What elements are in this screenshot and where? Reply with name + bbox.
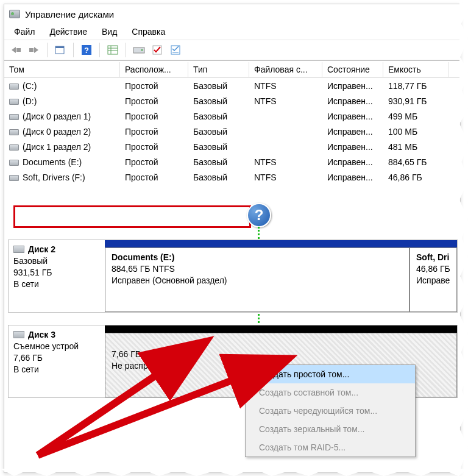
ctx-create-striped-volume: Создать чередующийся том... [246, 402, 415, 420]
svg-point-9 [141, 49, 143, 51]
table-row[interactable]: (Диск 0 раздел 2)ПростойБазовыйИсправен.… [4, 124, 460, 139]
disk2-type: Базовый [13, 256, 48, 266]
window-title: Управление дисками [25, 9, 114, 20]
app-icon [9, 10, 20, 18]
disk2-size: 931,51 ГБ [13, 268, 52, 277]
ctx-create-spanned-volume: Создать составной том... [246, 383, 415, 402]
col-layout[interactable]: Располож... [120, 62, 188, 77]
drive-icon[interactable] [131, 42, 147, 58]
part-size: 7,66 ГБ [112, 349, 141, 359]
disk2-colorbar [105, 240, 457, 247]
part-status: Исправен (Основной раздел) [112, 275, 227, 285]
help-badge-icon: ? [247, 203, 271, 227]
col-status[interactable]: Состояние [322, 62, 383, 77]
disk3-label[interactable]: Диск 3 Съемное устрой 7,66 ГБ В сети [9, 325, 101, 397]
volume-icon [9, 160, 19, 166]
grid-header: Том Располож... Тип Файловая с... Состоя… [4, 61, 460, 78]
volume-icon [9, 114, 19, 120]
part-status: Не распределена [112, 361, 181, 371]
disk2-status: В сети [13, 279, 39, 289]
part-title: Documents (E:) [112, 252, 174, 262]
menu-help[interactable]: Справка [124, 25, 172, 38]
disk3-size: 7,66 ГБ [13, 353, 43, 363]
ctx-create-mirrored-volume: Создать зеркальный том... [246, 420, 415, 438]
part-title: Soft, Dri [416, 252, 449, 262]
options-icon[interactable] [168, 42, 183, 58]
disk2-partition-f[interactable]: Soft, Dri 46,86 ГБ Исправе [410, 247, 457, 312]
disk-icon [13, 331, 24, 338]
disk3-name: Диск 3 [28, 330, 55, 339]
table-row[interactable]: Documents (E:)ПростойБазовыйNTFSИсправен… [4, 154, 460, 169]
toolbar: ? [4, 40, 460, 60]
forward-button[interactable] [26, 42, 42, 58]
menu-view[interactable]: Вид [94, 25, 124, 38]
list-view-icon[interactable] [105, 42, 121, 58]
col-capacity[interactable]: Емкость [383, 62, 449, 77]
volume-icon [9, 83, 19, 90]
table-row[interactable]: Soft, Drivers (F:)ПростойБазовыйNTFSИспр… [4, 169, 460, 185]
col-volume[interactable]: Том [4, 62, 120, 77]
volume-icon [9, 129, 19, 135]
part-status: Исправе [416, 275, 450, 285]
annotation-highlight [13, 205, 251, 228]
table-row[interactable]: (D:)ПростойБазовыйNTFSИсправен...930,91 … [4, 93, 460, 108]
ctx-create-simple-volume[interactable]: Создать простой том... [246, 365, 415, 383]
disk2-panel: Диск 2 Базовый 931,51 ГБ В сети Document… [8, 240, 458, 313]
ctx-create-raid5-volume: Создать том RAID-5... [246, 438, 415, 456]
disk2-partition-e[interactable]: Documents (E:) 884,65 ГБ NTFS Исправен (… [105, 247, 410, 312]
disk3-colorbar [105, 325, 457, 333]
col-fs[interactable]: Файловая с... [249, 62, 322, 77]
menubar: Файл Действие Вид Справка [4, 24, 460, 40]
svg-rect-4 [108, 46, 118, 54]
torn-edge-decoration [459, 0, 468, 476]
titlebar: Управление дисками [4, 4, 460, 24]
part-size: 884,65 ГБ NTFS [112, 264, 175, 274]
svg-rect-1 [55, 46, 64, 48]
disk3-type: Съемное устрой [13, 341, 79, 351]
table-row[interactable]: (Диск 1 раздел 2)ПростойБазовыйИсправен.… [4, 139, 460, 154]
menu-action[interactable]: Действие [42, 25, 94, 38]
context-menu: Создать простой том... Создать составной… [245, 364, 416, 457]
help-icon[interactable]: ? [79, 42, 94, 58]
svg-text:?: ? [84, 46, 89, 55]
col-type[interactable]: Тип [188, 62, 249, 77]
menu-file[interactable]: Файл [7, 25, 42, 38]
volume-icon [9, 144, 19, 151]
disk-mgmt-window: Управление дисками Файл Действие Вид Спр… [4, 4, 461, 473]
table-row[interactable]: (Диск 0 раздел 1)ПростойБазовыйИсправен.… [4, 108, 460, 124]
disk-icon [13, 246, 24, 253]
disk2-label[interactable]: Диск 2 Базовый 931,51 ГБ В сети [9, 240, 101, 312]
properties-icon[interactable] [52, 42, 68, 58]
disk2-name: Диск 2 [28, 244, 55, 254]
check-icon[interactable] [149, 42, 165, 58]
volume-grid: Том Располож... Тип Файловая с... Состоя… [4, 60, 460, 185]
volume-icon [9, 99, 19, 105]
table-row[interactable]: (C:)ПростойБазовыйNTFSИсправен...118,77 … [4, 78, 460, 93]
part-size: 46,86 ГБ [416, 264, 450, 274]
back-button[interactable] [8, 42, 24, 58]
volume-icon [9, 175, 19, 181]
disk3-status: В сети [13, 364, 39, 374]
